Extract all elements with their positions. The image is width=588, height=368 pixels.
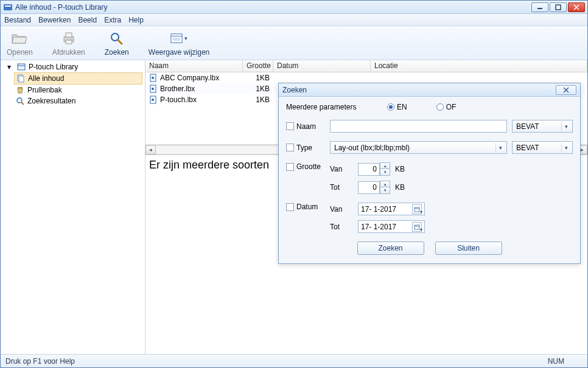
toolbar-print-label: Afdrukken	[52, 48, 85, 57]
svg-rect-15	[18, 64, 25, 70]
menu-file[interactable]: Bestand	[4, 16, 31, 24]
dialog-close-button[interactable]	[556, 85, 576, 95]
svg-rect-7	[66, 33, 72, 37]
dialog-search-button[interactable]: Zoeken	[357, 241, 424, 255]
calendar-icon[interactable]	[412, 222, 422, 232]
svg-point-27	[152, 99, 154, 101]
type-combo[interactable]: Lay-out (lbx;lbl;lbp;mbl) ▾	[330, 141, 507, 154]
app-icon	[3, 2, 13, 12]
tree-item-trash[interactable]: Prullenbak	[14, 85, 142, 95]
file-icon	[149, 85, 158, 93]
layout-icon: ▾	[170, 30, 187, 47]
col-size[interactable]: Grootte	[243, 60, 273, 72]
search-icon	[108, 30, 125, 47]
window-title: Alle inhoud - P-touch Library	[15, 3, 531, 12]
menu-extra[interactable]: Extra	[104, 16, 121, 24]
svg-point-25	[152, 88, 154, 90]
toolbar-display[interactable]: ▾ Weergave wijzigen	[149, 30, 210, 57]
svg-rect-8	[66, 40, 72, 44]
spin-down-button[interactable]: ▾	[380, 187, 390, 194]
radio-or[interactable]: OF	[436, 103, 457, 111]
type-checkbox[interactable]	[286, 144, 294, 151]
statusbar: Druk op F1 voor Help NUM	[1, 354, 587, 367]
col-location[interactable]: Locatie	[371, 60, 587, 72]
menubar: Bestand Bewerken Beeld Extra Help	[1, 14, 587, 26]
dialog-close-action-button[interactable]: Sluiten	[435, 241, 502, 255]
maximize-button[interactable]	[550, 2, 567, 12]
svg-rect-1	[5, 5, 11, 7]
spin-up-button[interactable]: ▴	[380, 181, 390, 187]
size-checkbox[interactable]	[286, 163, 294, 171]
tree-root-label: P-touch Library	[29, 63, 78, 71]
library-icon	[16, 62, 26, 72]
size-check-label: Grootte	[286, 162, 325, 171]
date-from-input[interactable]: 17- 1-2017	[358, 203, 425, 215]
type-label: Type	[296, 144, 312, 152]
sidebar: ▾ P-touch Library Alle inhoud Pr	[1, 60, 145, 354]
close-button[interactable]	[568, 2, 585, 12]
file-icon	[149, 74, 158, 82]
search-dialog: Zoeken Meerdere parameters EN OF Naam	[278, 83, 581, 264]
menu-edit[interactable]: Bewerken	[38, 16, 71, 24]
status-numlock: NUM	[548, 357, 564, 366]
name-condition-combo[interactable]: BEVAT ▾	[512, 120, 573, 133]
svg-rect-18	[19, 76, 24, 82]
size-from-label: Van	[330, 165, 353, 173]
scroll-left-button[interactable]: ◂	[145, 145, 156, 154]
svg-rect-0	[4, 4, 12, 10]
size-from-spinner[interactable]: 0 ▴▾	[358, 162, 390, 176]
date-from-value: 17- 1-2017	[361, 205, 396, 214]
tree-item-label: Prullenbak	[27, 86, 62, 94]
tree-root[interactable]: ▾ P-touch Library	[3, 61, 142, 72]
chevron-down-icon: ▾	[561, 143, 571, 153]
toolbar-search[interactable]: Zoeken	[105, 30, 129, 57]
dialog-title: Zoeken	[282, 86, 307, 94]
svg-rect-30	[415, 207, 419, 212]
col-name[interactable]: Naam	[145, 60, 243, 72]
toolbar-display-label: Weergave wijzigen	[149, 48, 210, 57]
toolbar: Openen Afdrukken Zoeken ▾ Weergave wijzi…	[1, 26, 587, 60]
file-size: 1KB	[243, 74, 273, 82]
list-header: Naam Grootte Datum Locatie	[145, 60, 587, 72]
size-label: Grootte	[296, 162, 321, 171]
radio-and-input[interactable]	[387, 103, 394, 111]
radio-or-input[interactable]	[436, 103, 444, 111]
svg-line-21	[21, 102, 24, 105]
list-row[interactable]: ABC Company.lbx 1KB	[145, 72, 587, 83]
name-label: Naam	[296, 122, 316, 131]
svg-point-23	[152, 77, 154, 79]
tree-item-search-results[interactable]: Zoekresultaten	[14, 95, 142, 106]
date-label: Datum	[296, 203, 318, 211]
toolbar-print[interactable]: Afdrukken	[52, 30, 85, 57]
type-condition-combo[interactable]: BEVAT ▾	[512, 141, 573, 154]
date-to-label: Tot	[330, 223, 353, 231]
date-check-label: Datum	[286, 203, 325, 211]
calendar-icon[interactable]	[412, 204, 422, 214]
date-checkbox[interactable]	[286, 203, 294, 211]
menu-help[interactable]: Help	[128, 16, 144, 24]
minimize-button[interactable]	[531, 2, 548, 12]
titlebar: Alle inhoud - P-touch Library	[1, 1, 587, 14]
svg-line-10	[117, 40, 122, 44]
name-checkbox[interactable]	[286, 122, 294, 130]
col-date[interactable]: Datum	[273, 60, 371, 72]
radio-and[interactable]: EN	[387, 103, 407, 111]
spin-up-button[interactable]: ▴	[380, 162, 390, 169]
collapse-icon[interactable]: ▾	[4, 62, 14, 72]
spin-down-button[interactable]: ▾	[380, 169, 390, 176]
preview-text: Er zijn meerdere soorten	[149, 159, 269, 171]
type-check-label: Type	[286, 144, 325, 152]
size-to-spinner[interactable]: 0 ▴▾	[358, 181, 390, 194]
size-to-value[interactable]: 0	[358, 181, 380, 194]
file-icon	[149, 95, 158, 104]
tree-item-all-content[interactable]: Alle inhoud	[14, 72, 142, 85]
size-to-unit: KB	[395, 183, 405, 192]
toolbar-open-label: Openen	[7, 48, 33, 57]
file-size: 1KB	[243, 85, 273, 93]
name-input[interactable]	[330, 120, 507, 133]
menu-view[interactable]: Beeld	[78, 16, 97, 24]
date-to-input[interactable]: 17- 1-2017	[358, 220, 425, 233]
radio-or-label: OF	[446, 103, 457, 111]
size-from-value[interactable]: 0	[358, 163, 380, 176]
toolbar-open[interactable]: Openen	[7, 30, 33, 57]
